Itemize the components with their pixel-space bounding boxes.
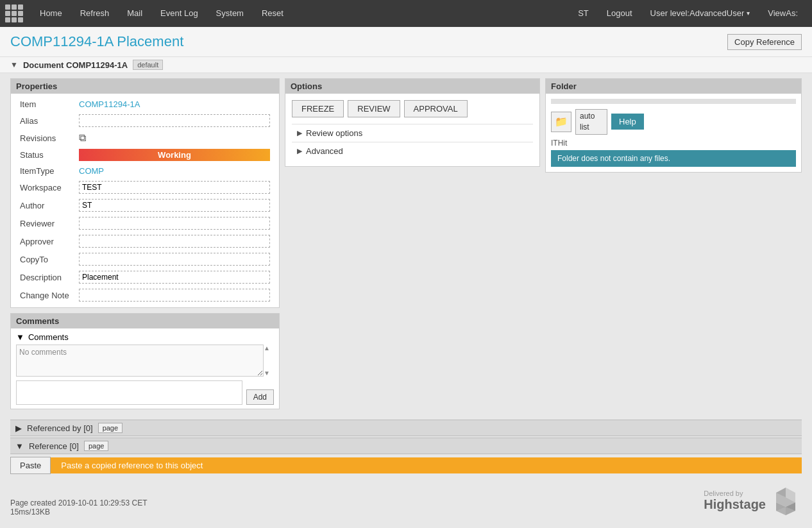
middle-panel: Options FREEZE REVIEW APPROVAL ▶ Review … [285, 78, 540, 414]
reference-section[interactable]: ▼ Reference [0] page [10, 438, 802, 454]
table-row: Description [17, 269, 273, 285]
copy-to-input[interactable] [79, 253, 270, 266]
author-label: Author [17, 197, 75, 214]
options-buttons: FREEZE REVIEW APPROVAL [292, 100, 533, 117]
change-note-input[interactable] [79, 289, 270, 302]
referenced-by-section[interactable]: ▶ Referenced by [0] page [10, 420, 802, 436]
approval-button[interactable]: APPROVAL [404, 100, 468, 117]
nav-mail[interactable]: Mail [118, 0, 151, 27]
table-row: Author [17, 197, 273, 214]
table-row: Alias [17, 112, 273, 129]
nav-home[interactable]: Home [31, 0, 71, 27]
folder-header: Folder [546, 79, 801, 94]
reference-page-badge[interactable]: page [84, 441, 108, 451]
bottom-sections: ▶ Referenced by [0] page ▼ Reference [0]… [0, 420, 812, 454]
item-value-link[interactable]: COMP11294-1A [79, 99, 140, 109]
comments-area: ▼ Comments No comments ▲ ▼ Add [11, 328, 279, 409]
referenced-by-toggle[interactable]: ▶ [15, 423, 22, 433]
revisions-label: Revisions [17, 130, 75, 146]
nav-right: ST Logout User level:AdvancedUser ▾ View… [569, 0, 807, 27]
highstage-text: Delivered by Highstage [704, 490, 766, 512]
folder-body: 📁 auto list Help ITHit Folder does not c… [546, 94, 801, 172]
comments-label: Comments [16, 316, 59, 326]
advanced-label: Advanced [306, 146, 343, 156]
add-comment-button[interactable]: Add [246, 389, 274, 405]
auto-option: auto [580, 111, 603, 122]
referenced-by-label: Referenced by [0] [27, 423, 93, 433]
workspace-input[interactable] [79, 181, 270, 194]
nav-st[interactable]: ST [569, 0, 598, 27]
itemtype-value-link[interactable]: COMP [79, 166, 104, 176]
left-panel: Properties Item COMP11294-1A Alias Revis… [10, 78, 280, 414]
table-row: Approver [17, 233, 273, 250]
workspace-label: Workspace [17, 179, 75, 196]
review-button[interactable]: REVIEW [348, 100, 400, 117]
footer-logo: Delivered by Highstage [704, 484, 802, 516]
reviewer-input[interactable] [79, 217, 270, 230]
delivered-by-text: Delivered by [704, 490, 766, 497]
nav-system[interactable]: System [207, 0, 253, 27]
item-label: Item [17, 98, 75, 111]
options-body: FREEZE REVIEW APPROVAL ▶ Review options … [285, 94, 539, 166]
paste-button[interactable]: Paste [10, 457, 51, 474]
review-options-row[interactable]: ▶ Review options [292, 124, 533, 142]
author-input[interactable] [79, 199, 270, 212]
table-row: CopyTo [17, 251, 273, 268]
grid-icon[interactable] [5, 4, 23, 22]
nav-refresh[interactable]: Refresh [71, 0, 119, 27]
table-row: Status Working [17, 147, 273, 163]
default-badge: default [133, 60, 163, 70]
description-label: Description [17, 269, 75, 285]
scroll-up-icon[interactable]: ▲ [264, 345, 274, 352]
main-content: Properties Item COMP11294-1A Alias Revis… [0, 73, 812, 420]
folder-progress-bar [551, 99, 796, 104]
folder-icon-button[interactable]: 📁 [551, 112, 571, 132]
folder-toolbar: 📁 auto list Help [551, 109, 796, 135]
nav-logout[interactable]: Logout [598, 0, 641, 27]
comments-toggle[interactable]: ▼ [16, 332, 24, 342]
document-section-header: ▼ Document COMP11294-1A default [0, 57, 812, 73]
user-level-label: User level:AdvancedUser [650, 0, 745, 27]
revisions-icon[interactable]: ⧉ [79, 132, 86, 143]
comment-textarea[interactable] [16, 380, 242, 405]
nav-user-level[interactable]: User level:AdvancedUser ▾ [641, 0, 759, 27]
change-note-label: Change Note [17, 287, 75, 303]
options-panel: Options FREEZE REVIEW APPROVAL ▶ Review … [285, 78, 540, 167]
table-row: Reviewer [17, 215, 273, 232]
table-row: Revisions ⧉ [17, 130, 273, 146]
reference-label: Reference [0] [29, 441, 79, 451]
ithit-label: ITHit [551, 139, 796, 148]
table-row: Workspace [17, 179, 273, 196]
help-button[interactable]: Help [611, 114, 644, 130]
options-header: Options [285, 79, 539, 94]
copy-reference-button[interactable]: Copy Reference [727, 34, 802, 50]
folder-panel: Folder 📁 auto list Help ITHit Folder doe… [545, 78, 802, 173]
freeze-button[interactable]: FREEZE [292, 100, 344, 117]
properties-label: Properties [16, 81, 57, 91]
description-input[interactable] [79, 271, 270, 284]
advanced-row[interactable]: ▶ Advanced [292, 142, 533, 160]
comments-panel: Comments ▼ Comments No comments ▲ ▼ [10, 313, 280, 409]
logo-cubes [770, 484, 802, 516]
referenced-by-page-badge[interactable]: page [98, 423, 123, 433]
review-options-label: Review options [306, 128, 362, 138]
reference-toggle[interactable]: ▼ [15, 441, 24, 451]
advanced-arrow-icon: ▶ [297, 147, 302, 155]
document-toggle[interactable]: ▼ [10, 60, 18, 69]
comments-subsection-label: Comments [28, 332, 69, 342]
page-created-text: Page created 2019-10-01 10:29:53 CET [10, 498, 147, 507]
folder-dropdown[interactable]: auto list [575, 109, 607, 135]
approver-input[interactable] [79, 235, 270, 248]
alias-input[interactable] [79, 114, 270, 127]
nav-reset[interactable]: Reset [253, 0, 292, 27]
footer: Page created 2019-10-01 10:29:53 CET 15m… [0, 477, 812, 522]
copy-to-label: CopyTo [17, 251, 75, 268]
document-label: Document COMP11294-1A [23, 60, 128, 70]
itemtype-label: ItemType [17, 164, 75, 178]
paste-bar: Paste Paste a copied reference to this o… [10, 457, 802, 474]
approver-label: Approver [17, 233, 75, 250]
nav-event-log[interactable]: Event Log [151, 0, 207, 27]
no-comments-text: No comments [19, 348, 67, 357]
comment-input-row: Add [16, 380, 274, 405]
scroll-down-icon[interactable]: ▼ [264, 370, 274, 377]
